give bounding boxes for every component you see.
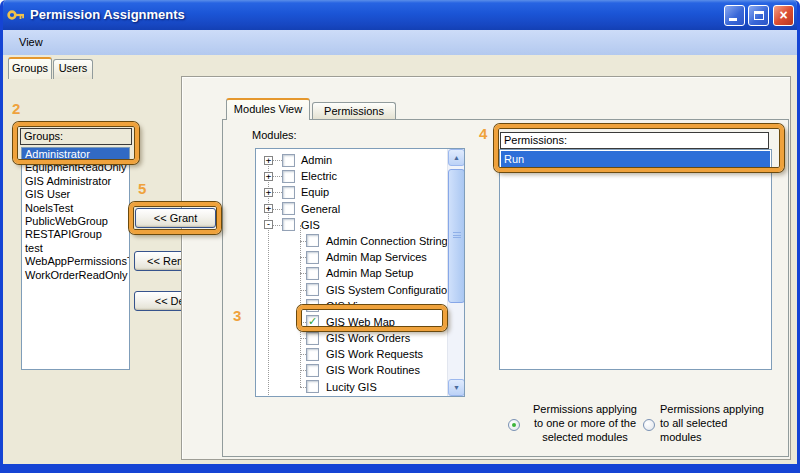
permission-assignments-window: Permission Assignments × View Groups Use… [0, 0, 800, 473]
permission-item[interactable]: Run [501, 151, 770, 167]
modules-tree-rows: +Admin+Electric+Equip+General-GISAdmin C… [256, 149, 447, 396]
group-item[interactable]: test [22, 242, 129, 255]
annotation-number-3: 3 [233, 307, 241, 324]
close-icon: × [779, 7, 787, 23]
tree-item[interactable]: +Admin [256, 152, 447, 168]
group-item[interactable]: WorkOrderReadOnly [22, 269, 129, 282]
tree-checkbox[interactable] [306, 234, 319, 247]
annotation-number-4: 4 [479, 125, 487, 142]
radio-label-line: modules [660, 430, 770, 444]
tree-item-label: Equip [301, 184, 329, 200]
tree-item[interactable]: +General [256, 201, 447, 217]
tree-item[interactable]: Admin Connection Strings [256, 233, 447, 249]
tree-item-label: Admin Map Setup [326, 265, 413, 281]
radio-all-modules[interactable] [643, 419, 655, 431]
tree-item[interactable]: GIS Web Map [256, 314, 447, 330]
tree-item[interactable]: +Electric [256, 168, 447, 184]
tab-users[interactable]: Users [53, 59, 93, 79]
tree-checkbox[interactable] [282, 202, 295, 215]
tree-item-label: GIS Web Map [326, 314, 395, 330]
tree-checkbox[interactable] [306, 283, 319, 296]
radio-label-line: Permissions applying [660, 402, 770, 416]
radio-label-line: Permissions applying [525, 402, 645, 416]
tree-item[interactable]: GIS Work Orders [256, 330, 447, 346]
tree-checkbox[interactable] [282, 154, 295, 167]
tree-item-label: Electric [301, 168, 337, 184]
tree-item[interactable]: Lucity GIS [256, 379, 447, 395]
menu-bar: View [3, 30, 797, 55]
key-icon [7, 8, 25, 24]
tab-groups[interactable]: Groups [8, 57, 52, 79]
radio-selected-modules-label[interactable]: Permissions applyingto one or more of th… [525, 402, 645, 444]
expand-icon[interactable]: + [264, 188, 273, 197]
tree-checkbox[interactable] [306, 251, 319, 264]
radio-label-line: selected modules [525, 430, 645, 444]
maximize-button[interactable] [748, 5, 769, 26]
expand-icon[interactable]: + [264, 204, 273, 213]
tree-item-label: Lucity GIS [326, 379, 377, 395]
radio-all-modules-label[interactable]: Permissions applyingto all selectedmodul… [660, 402, 770, 444]
tree-checkbox[interactable] [306, 299, 319, 312]
tree-item-label: Admin [301, 152, 332, 168]
tree-item[interactable]: GIS System Configuration [256, 282, 447, 298]
group-item[interactable]: EquipmentReadOnly [22, 161, 129, 174]
group-item[interactable]: WebAppPermissionsT [22, 255, 129, 268]
tree-item[interactable]: + [256, 395, 447, 396]
minimize-button[interactable] [724, 5, 745, 26]
tree-item-label: GIS Work Requests [326, 346, 423, 362]
tree-item[interactable]: Admin Map Services [256, 249, 447, 265]
group-item[interactable]: GIS User [22, 188, 129, 201]
maximize-icon [754, 11, 764, 20]
grant-button[interactable]: << Grant [135, 208, 216, 228]
scrollbar-thumb[interactable] [448, 169, 465, 303]
group-item[interactable]: PublicWebGroup [22, 215, 129, 228]
tree-item-label: GIS Work Orders [326, 330, 410, 346]
modules-label: Modules: [252, 129, 297, 141]
annotation-number-2: 2 [12, 100, 20, 117]
group-item[interactable]: RESTAPIGroup [22, 228, 129, 241]
tree-item-label: Admin Connection Strings [326, 233, 447, 249]
tree-checkbox[interactable] [306, 267, 319, 280]
menu-view[interactable]: View [11, 30, 51, 55]
tree-checkbox[interactable] [306, 332, 319, 345]
radio-label-line: to one or more of the [525, 416, 645, 430]
tree-item[interactable]: GIS Work Routines [256, 362, 447, 378]
tree-item-label: GIS [301, 217, 320, 233]
tree-item-label: Admin Map Services [326, 249, 427, 265]
tree-item-label: GIS Work Routines [326, 362, 420, 378]
tree-item[interactable]: GIS Viewer [256, 298, 447, 314]
tree-scrollbar[interactable]: ▲ ▼ [447, 149, 464, 396]
tree-checkbox[interactable] [306, 348, 319, 361]
tree-item[interactable]: Admin Map Setup [256, 265, 447, 281]
scroll-down-icon[interactable]: ▼ [448, 379, 465, 396]
tree-checkbox[interactable] [306, 380, 319, 393]
scroll-up-icon[interactable]: ▲ [448, 149, 465, 166]
assignments-panel: Modules View Permissions View Modules: +… [181, 76, 791, 460]
tab-modules-view[interactable]: Modules View [226, 98, 310, 120]
group-item[interactable]: Administrator [22, 148, 129, 161]
groups-label: Groups: [20, 128, 132, 145]
tree-checkbox[interactable] [282, 170, 295, 183]
modules-view-page: Modules: +Admin+Electric+Equip+General-G… [222, 119, 789, 457]
window-title: Permission Assignments [30, 7, 185, 22]
tree-item-label: General [301, 201, 340, 217]
tab-permissions-view[interactable]: Permissions View [312, 102, 396, 120]
expand-icon[interactable]: + [264, 172, 273, 181]
expand-icon[interactable]: + [264, 156, 273, 165]
modules-tree: +Admin+Electric+Equip+General-GISAdmin C… [255, 148, 465, 397]
tree-checkbox[interactable] [282, 218, 295, 231]
tree-item[interactable]: GIS Work Requests [256, 346, 447, 362]
title-bar: Permission Assignments × [0, 0, 800, 30]
tree-checkbox[interactable] [306, 315, 319, 328]
tree-item[interactable]: +Equip [256, 184, 447, 200]
radio-selected-modules[interactable] [508, 419, 520, 431]
tree-checkbox[interactable] [282, 186, 295, 199]
tree-item-label: GIS Viewer [326, 298, 381, 314]
close-button[interactable]: × [773, 5, 794, 26]
collapse-icon[interactable]: - [264, 220, 273, 229]
tree-checkbox[interactable] [306, 364, 319, 377]
thumb-grip-icon [453, 232, 461, 239]
group-item[interactable]: GIS Administrator [22, 175, 129, 188]
tree-item[interactable]: -GIS [256, 217, 447, 233]
group-item[interactable]: NoelsTest [22, 202, 129, 215]
